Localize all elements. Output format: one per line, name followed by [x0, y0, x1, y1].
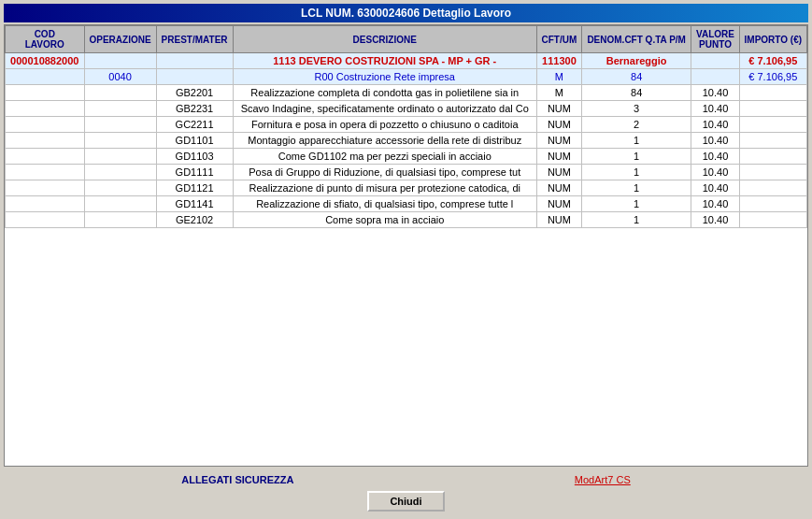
cell-denom_cft: 1: [581, 196, 691, 212]
cell-denom_cft: Bernareggio: [581, 53, 691, 69]
modart-link[interactable]: ModArt7 CS: [575, 474, 631, 485]
cell-operazione: [84, 133, 156, 149]
table-row: GD1103Come GD1102 ma per pezzi speciali …: [6, 149, 807, 165]
cell-valore_punto: 10.40: [691, 85, 739, 101]
cell-cod_lavoro: [6, 212, 85, 228]
cell-valore_punto: 10.40: [691, 101, 739, 117]
cell-cft_um: M: [536, 69, 581, 85]
cell-descrizione: 1113 DEVERO COSTRUZIONI SPA - MP + GR -: [233, 53, 536, 69]
cell-descrizione: Realizzazione di punto di misura per pro…: [233, 180, 536, 196]
cell-denom_cft: 84: [581, 85, 691, 101]
cell-descrizione: Come GD1102 ma per pezzi speciali in acc…: [233, 149, 536, 165]
cell-prest_mater: [156, 53, 233, 69]
cell-cod_lavoro: [6, 101, 85, 117]
title-bar: LCL NUM. 6300024606 Dettaglio Lavoro: [4, 4, 808, 22]
table-row: GB2231Scavo Indagine, specificatamente o…: [6, 101, 807, 117]
table-row: GC2211Fornitura e posa in opera di pozze…: [6, 117, 807, 133]
table-wrapper[interactable]: CODLAVORO OPERAZIONE PREST/MATER DESCRIZ…: [5, 25, 807, 466]
cell-operazione: 0040: [84, 69, 156, 85]
table-row: GD1111Posa di Gruppo di Riduzione, di qu…: [6, 165, 807, 180]
table-container: CODLAVORO OPERAZIONE PREST/MATER DESCRIZ…: [4, 24, 808, 467]
cell-cod_lavoro: [6, 196, 85, 212]
cell-prest_mater: GE2102: [156, 212, 233, 228]
cell-cod_lavoro: [6, 165, 85, 180]
cell-cft_um: NUM: [536, 180, 581, 196]
cell-cft_um: NUM: [536, 165, 581, 180]
cell-descrizione: Realizzazione di sfiato, di qualsiasi ti…: [233, 196, 536, 212]
cell-importo: [739, 196, 806, 212]
cell-cft_um: NUM: [536, 149, 581, 165]
cell-denom_cft: 2: [581, 117, 691, 133]
cell-cod_lavoro: [6, 85, 85, 101]
cell-valore_punto: 10.40: [691, 117, 739, 133]
table-row: 0000108820001113 DEVERO COSTRUZIONI SPA …: [6, 53, 807, 69]
cell-cft_um: NUM: [536, 212, 581, 228]
header-operazione: OPERAZIONE: [84, 26, 156, 53]
cell-prest_mater: GD1101: [156, 133, 233, 149]
table-row: GB2201Realizzazione completa di condotta…: [6, 85, 807, 101]
cell-descrizione: Realizzazione completa di condotta gas i…: [233, 85, 536, 101]
cell-valore_punto: 10.40: [691, 196, 739, 212]
main-window: LCL NUM. 6300024606 Dettaglio Lavoro COD…: [0, 0, 812, 519]
cell-prest_mater: GC2211: [156, 117, 233, 133]
cell-operazione: [84, 196, 156, 212]
cell-denom_cft: 1: [581, 149, 691, 165]
cell-cft_um: 111300: [536, 53, 581, 69]
header-cft-um: CFT/UM: [536, 26, 581, 53]
header-prest-mater: PREST/MATER: [156, 26, 233, 53]
table-row: 0040R00 Costruzione Rete impresaM84€ 7.1…: [6, 69, 807, 85]
cell-cod_lavoro: [6, 117, 85, 133]
close-button[interactable]: Chiudi: [367, 491, 444, 512]
cell-denom_cft: 1: [581, 133, 691, 149]
cell-descrizione: Montaggio apparecchiature accessorie del…: [233, 133, 536, 149]
allegati-sicurezza-label: ALLEGATI SICUREZZA: [181, 474, 293, 485]
cell-operazione: [84, 180, 156, 196]
table-row: GD1121Realizzazione di punto di misura p…: [6, 180, 807, 196]
cell-cod_lavoro: [6, 149, 85, 165]
cell-valore_punto: 10.40: [691, 165, 739, 180]
table-row: GD1141Realizzazione di sfiato, di qualsi…: [6, 196, 807, 212]
cell-descrizione: Scavo Indagine, specificatamente ordinat…: [233, 101, 536, 117]
cell-importo: € 7.106,95: [739, 69, 806, 85]
footer-area: ALLEGATI SICUREZZA ModArt7 CS Chiudi: [4, 469, 808, 515]
data-table: CODLAVORO OPERAZIONE PREST/MATER DESCRIZ…: [5, 25, 807, 228]
cell-operazione: [84, 85, 156, 101]
cell-denom_cft: 84: [581, 69, 691, 85]
cell-cft_um: M: [536, 85, 581, 101]
cell-importo: [739, 180, 806, 196]
header-importo: IMPORTO (€): [739, 26, 806, 53]
header-cod-lavoro: CODLAVORO: [6, 26, 85, 53]
cell-cod_lavoro: [6, 133, 85, 149]
cell-descrizione: R00 Costruzione Rete impresa: [233, 69, 536, 85]
cell-denom_cft: 1: [581, 165, 691, 180]
cell-denom_cft: 1: [581, 180, 691, 196]
cell-valore_punto: 10.40: [691, 133, 739, 149]
cell-cft_um: NUM: [536, 133, 581, 149]
cell-denom_cft: 1: [581, 212, 691, 228]
cell-cod_lavoro: [6, 69, 85, 85]
cell-descrizione: Fornitura e posa in opera di pozzetto o …: [233, 117, 536, 133]
cell-cft_um: NUM: [536, 196, 581, 212]
header-descrizione: DESCRIZIONE: [233, 26, 536, 53]
header-denom-cft: DENOM.CFT Q.TA P/M: [581, 26, 691, 53]
cell-descrizione: Posa di Gruppo di Riduzione, di qualsias…: [233, 165, 536, 180]
cell-descrizione: Come sopra ma in acciaio: [233, 212, 536, 228]
cell-valore_punto: 10.40: [691, 212, 739, 228]
cell-prest_mater: GD1111: [156, 165, 233, 180]
cell-importo: [739, 165, 806, 180]
table-row: GE2102Come sopra ma in acciaioNUM110.40: [6, 212, 807, 228]
cell-prest_mater: [156, 69, 233, 85]
cell-cft_um: NUM: [536, 117, 581, 133]
cell-prest_mater: GD1103: [156, 149, 233, 165]
cell-prest_mater: GD1141: [156, 196, 233, 212]
footer-links: ALLEGATI SICUREZZA ModArt7 CS: [4, 474, 808, 485]
cell-denom_cft: 3: [581, 101, 691, 117]
cell-importo: € 7.106,95: [739, 53, 806, 69]
cell-importo: [739, 85, 806, 101]
cell-importo: [739, 133, 806, 149]
cell-operazione: [84, 149, 156, 165]
cell-valore_punto: 10.40: [691, 180, 739, 196]
header-valore-punto: VALOREPUNTO: [691, 26, 739, 53]
cell-prest_mater: GB2201: [156, 85, 233, 101]
cell-valore_punto: 10.40: [691, 149, 739, 165]
